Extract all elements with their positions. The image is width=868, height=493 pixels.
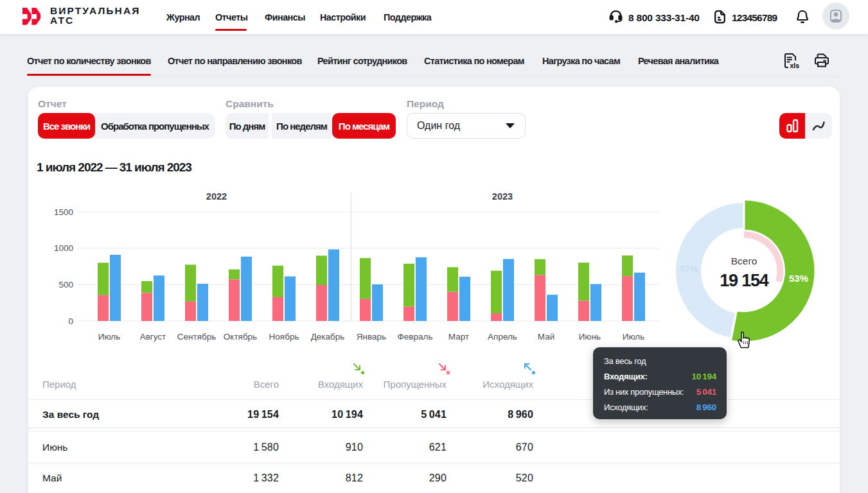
- svg-text:Январь: Январь: [357, 332, 386, 342]
- svg-text:Март: Март: [448, 332, 469, 342]
- svg-text:Всего: Всего: [731, 255, 757, 266]
- svg-text:2023: 2023: [492, 191, 513, 202]
- svg-text:2022: 2022: [206, 191, 227, 202]
- svg-text:Февраль: Февраль: [398, 332, 433, 342]
- svg-text:500: 500: [58, 280, 73, 290]
- svg-text:Июль: Июль: [98, 332, 120, 342]
- svg-text:Ноябрь: Ноябрь: [269, 332, 299, 342]
- svg-text:Сентябрь: Сентябрь: [177, 332, 216, 342]
- svg-text:Май: Май: [538, 332, 554, 342]
- svg-text:47%: 47%: [679, 263, 698, 274]
- svg-text:Декабрь: Декабрь: [311, 332, 345, 342]
- svg-text:Август: Август: [140, 332, 166, 342]
- svg-text:1000: 1000: [54, 243, 73, 253]
- svg-text:1500: 1500: [54, 207, 73, 217]
- svg-text:Июнь: Июнь: [579, 332, 601, 342]
- svg-text:0: 0: [68, 316, 73, 326]
- svg-text:Октябрь: Октябрь: [224, 332, 257, 342]
- svg-text:xls: xls: [790, 62, 800, 69]
- svg-text:53%: 53%: [789, 273, 808, 284]
- svg-text:Июль: Июль: [623, 332, 644, 342]
- svg-text:Апрель: Апрель: [488, 332, 517, 342]
- svg-text:19 154: 19 154: [720, 271, 769, 290]
